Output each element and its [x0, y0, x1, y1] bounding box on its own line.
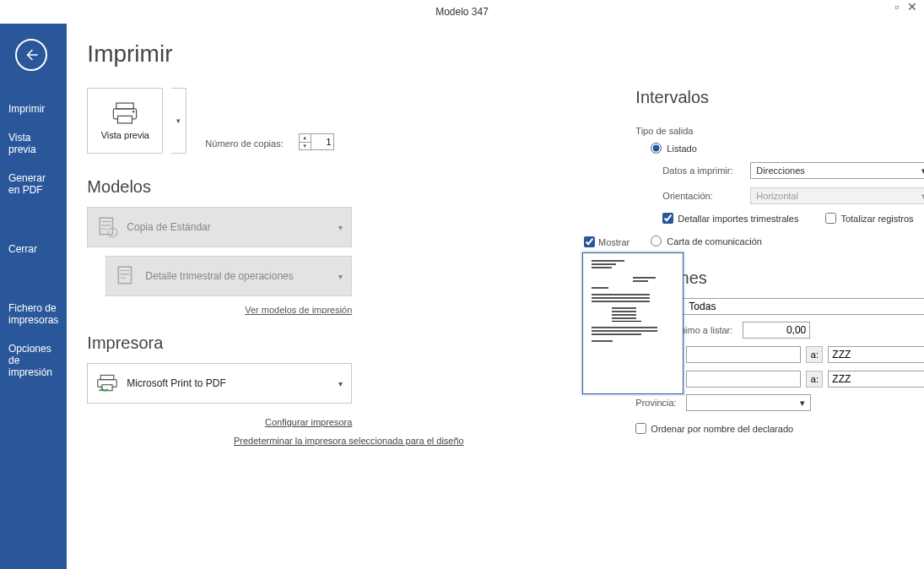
- vista-previa-dropdown[interactable]: ▾: [171, 88, 186, 154]
- vista-previa-label: Vista previa: [101, 130, 149, 140]
- provincia-select[interactable]: ▾: [686, 394, 811, 411]
- impresora-header: Impresora: [87, 333, 492, 353]
- vista-previa-button[interactable]: Vista previa: [87, 88, 163, 154]
- window-title: Modelo 347: [435, 6, 489, 18]
- close-icon[interactable]: ✕: [907, 0, 917, 14]
- nif-from-input[interactable]: [686, 346, 801, 363]
- nombre-from-input[interactable]: [686, 371, 801, 387]
- mostrar-check[interactable]: Mostrar: [584, 236, 684, 247]
- nombre-to-input[interactable]: [828, 371, 924, 387]
- chevron-down-icon: ▾: [338, 379, 343, 388]
- arrow-left-icon: [24, 47, 39, 62]
- model-selector-2[interactable]: Detalle trimestral de operaciones ▾: [105, 256, 352, 296]
- printer-icon: [111, 101, 139, 125]
- intervalos-header: Intervalos: [635, 88, 924, 107]
- preview-thumbnail[interactable]: [582, 252, 684, 394]
- a-label: a:: [806, 346, 823, 363]
- svg-point-3: [132, 111, 135, 113]
- page-title: Imprimir: [87, 41, 492, 68]
- provincia-label: Provincia:: [635, 398, 681, 408]
- sidebar-item-fichero-impresoras[interactable]: Fichero de impresoras: [0, 294, 67, 334]
- detallar-check[interactable]: Detallar importes trimestrales: [662, 213, 798, 224]
- carta-radio[interactable]: Carta de comunicación: [651, 236, 924, 247]
- copies-label: Número de copias:: [205, 138, 283, 149]
- sidebar-item-opciones-impresion[interactable]: Opciones de impresión: [0, 334, 67, 387]
- chevron-down-icon: ▾: [338, 223, 343, 232]
- configure-printer-link[interactable]: Configurar impresora: [87, 417, 352, 427]
- back-button[interactable]: [15, 39, 47, 71]
- modelos-header: Modelos: [87, 177, 492, 197]
- orient-select: Horizontal▾: [750, 187, 924, 204]
- svg-rect-2: [118, 116, 132, 123]
- svg-rect-6: [119, 267, 132, 284]
- sidebar-item-vista-previa[interactable]: Vista previa: [0, 123, 67, 164]
- a-label-2: a:: [806, 371, 823, 387]
- chevron-down-icon: ▾: [800, 398, 805, 409]
- datos-select[interactable]: Direcciones▾: [750, 162, 924, 179]
- printer-status-icon: [96, 374, 118, 393]
- sidebar-item-cerrar[interactable]: Cerrar: [0, 235, 67, 263]
- clave-select[interactable]: Todas▾: [683, 298, 924, 315]
- maximize-icon[interactable]: ▫: [894, 0, 899, 14]
- sidebar-item-imprimir[interactable]: Imprimir: [0, 95, 67, 123]
- datos-label: Datos a imprimir:: [662, 165, 743, 176]
- default-printer-link[interactable]: Predeterminar la impresora seleccionada …: [205, 436, 492, 446]
- copies-input[interactable]: [311, 134, 333, 149]
- model-2-label: Detalle trimestral de operaciones: [145, 270, 338, 282]
- document-icon: [96, 216, 118, 238]
- model-selector-1[interactable]: Copia de Estándar ▾: [87, 207, 352, 247]
- svg-rect-4: [100, 218, 113, 235]
- model-1-label: Copia de Estándar: [127, 221, 338, 233]
- svg-rect-7: [101, 375, 115, 379]
- totalizar-check[interactable]: Totalizar registros: [825, 213, 913, 224]
- svg-rect-0: [116, 103, 133, 109]
- importe-input[interactable]: [743, 322, 810, 339]
- printer-selector[interactable]: Microsoft Print to PDF ▾: [87, 363, 352, 404]
- printer-name: Microsoft Print to PDF: [127, 377, 338, 389]
- orient-label: Orientación:: [662, 191, 743, 201]
- titlebar: Modelo 347 ▫ ✕: [0, 0, 924, 24]
- copies-spinner[interactable]: ▲▼: [299, 133, 334, 150]
- listado-radio[interactable]: Listado: [651, 143, 924, 154]
- ver-modelos-link[interactable]: Ver modelos de impresión: [87, 305, 352, 315]
- listado-radio-input[interactable]: [651, 143, 662, 154]
- nif-to-input[interactable]: [828, 346, 924, 363]
- sidebar-item-generar-pdf[interactable]: Generar en PDF: [0, 164, 67, 204]
- copies-down[interactable]: ▼: [300, 143, 311, 150]
- chevron-down-icon: ▾: [338, 272, 343, 281]
- document-icon: [115, 265, 137, 287]
- ordenar-check[interactable]: Ordenar por nombre del declarado: [635, 423, 924, 434]
- sidebar: Imprimir Vista previa Generar en PDF Cer…: [0, 24, 67, 569]
- tipo-salida-label: Tipo de salida: [635, 126, 924, 136]
- copies-up[interactable]: ▲: [300, 134, 311, 143]
